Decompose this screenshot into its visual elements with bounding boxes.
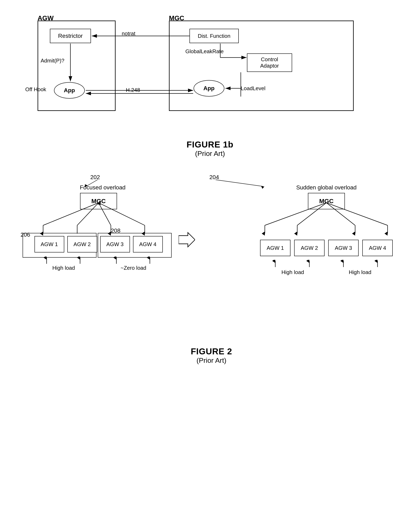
agw4-label: AGW 4 (139, 241, 156, 247)
focused-label: Focused overload (33, 184, 172, 191)
figure1b-caption: FIGURE 1b (Prior Art) (16, 140, 404, 158)
ref-204: 204 (209, 174, 219, 180)
global-overload-section: Sudden global overload MGC AGW 1 AGW 2 A… (246, 184, 406, 276)
zero-load-label: ~Zero load (120, 265, 146, 271)
ref-202: 202 (90, 174, 100, 180)
agw1-label: AGW 1 (41, 241, 58, 247)
agw4r-box: AGW 4 (362, 240, 393, 256)
control-adaptor-label: ControlAdaptor (260, 56, 279, 69)
high-load-right1-label: High load (261, 269, 325, 276)
global-label: Sudden global overload (246, 184, 406, 191)
dist-function-box: Dist. Function (190, 29, 239, 43)
mgc-app-ellipse: App (194, 80, 224, 97)
figure2-subtitle: (Prior Art) (16, 356, 406, 364)
global-mgc-box: MGC (308, 193, 345, 209)
focused-mgc-box: MGC (80, 193, 117, 209)
agw2r-label: AGW 2 (301, 245, 318, 251)
admit-label: Admit(P)? (41, 57, 64, 64)
agw1r-label: AGW 1 (267, 245, 284, 251)
figure2-diagram: 202 204 206 208 Focused overload MGC (16, 174, 406, 343)
restrictor-box: Restrictor (50, 29, 91, 43)
agw-app-label: App (64, 87, 75, 94)
restrictor-label: Restrictor (58, 33, 83, 39)
dist-function-label: Dist. Function (198, 33, 230, 39)
notrat-label: notrat (122, 30, 135, 37)
figure1b-diagram: AGW Restrictor App Off Hook Admit(P)? MG… (25, 12, 395, 131)
mgc-app-label: App (203, 85, 214, 92)
agw2r-box: AGW 2 (294, 240, 325, 256)
focused-overload-section: Focused overload MGC AGW 1 (25, 184, 172, 271)
agw-title: AGW (38, 14, 54, 22)
agw2-box: AGW 2 (67, 236, 97, 253)
agw4-box: AGW 4 (133, 236, 163, 253)
agw3r-box: AGW 3 (328, 240, 359, 256)
control-adaptor-box: ControlAdaptor (247, 53, 292, 72)
focused-mgc-label: MGC (91, 198, 106, 204)
loadlevel-label: LoadLevel (241, 85, 265, 92)
figure2-title: FIGURE 2 (16, 347, 406, 356)
figure1b-title: FIGURE 1b (16, 140, 404, 149)
transition-arrow (179, 231, 195, 249)
global-leak-rate-label: GlobalLeakRate (185, 48, 223, 55)
agw3-label: AGW 3 (106, 241, 124, 247)
h248-label: H.248 (126, 87, 140, 93)
off-hook-label: Off Hook (25, 86, 46, 93)
svg-marker-16 (179, 233, 195, 247)
figure2-caption: FIGURE 2 (Prior Art) (16, 347, 406, 364)
agw3r-label: AGW 3 (335, 245, 352, 251)
figure1b-subtitle: (Prior Art) (16, 149, 404, 158)
agw3-box: AGW 3 (100, 236, 130, 253)
global-mgc-label: MGC (319, 198, 333, 204)
agw2-label: AGW 2 (73, 241, 91, 247)
mgc-title: MGC (169, 14, 184, 22)
agw1r-box: AGW 1 (260, 240, 291, 256)
high-load-left-label: High load (52, 265, 75, 271)
high-load-right2-label: High load (328, 269, 392, 276)
agw4r-label: AGW 4 (369, 245, 386, 251)
agw1-box: AGW 1 (34, 236, 64, 253)
agw-app-ellipse: App (54, 82, 85, 98)
